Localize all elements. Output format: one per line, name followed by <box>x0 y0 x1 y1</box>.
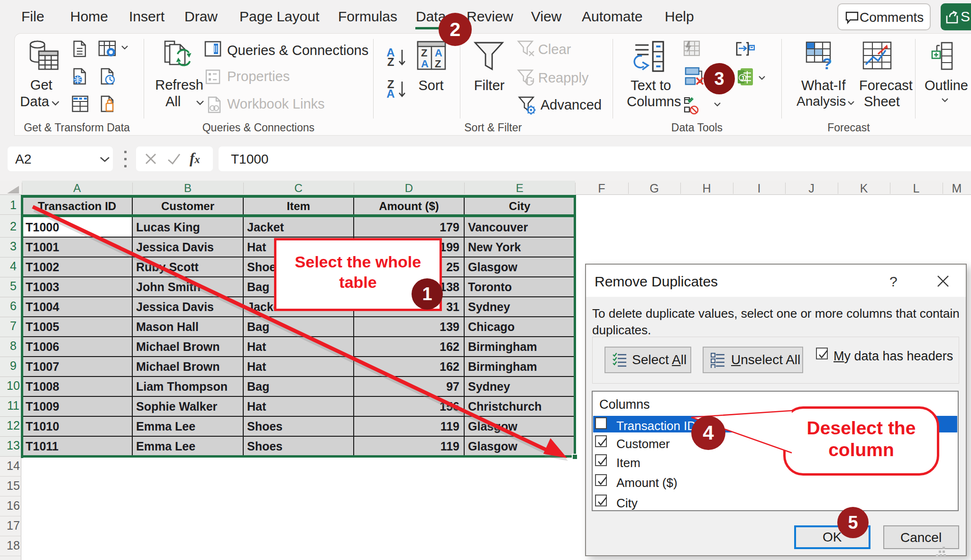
svg-text:?: ? <box>822 55 832 71</box>
svg-text:Z: Z <box>435 58 441 70</box>
svg-text:Z: Z <box>421 47 427 59</box>
svg-text:A: A <box>421 58 429 70</box>
svg-text:A: A <box>435 47 442 59</box>
svg-text:J: J <box>741 74 744 82</box>
